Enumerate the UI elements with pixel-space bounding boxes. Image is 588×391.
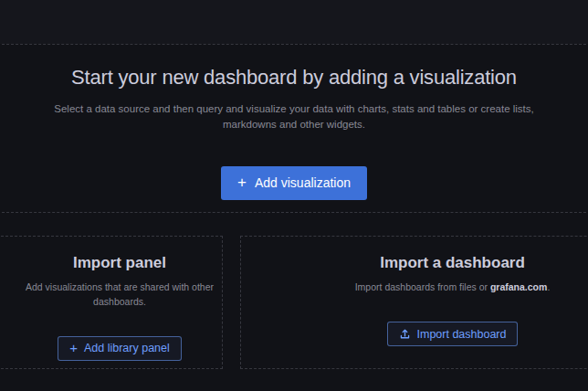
page-subtitle: Select a data source and then query and … bbox=[54, 101, 533, 132]
import-panel-card: Import panel Add visualizations that are… bbox=[0, 236, 223, 369]
dashboard-empty-state: Start your new dashboard by adding a vis… bbox=[0, 0, 588, 391]
import-dashboard-button[interactable]: Import dashboard bbox=[387, 322, 519, 346]
grafana-com-text: grafana.com bbox=[490, 281, 547, 292]
add-visualization-panel: Start your new dashboard by adding a vis… bbox=[0, 44, 588, 213]
add-library-panel-button[interactable]: + Add library panel bbox=[58, 336, 182, 361]
import-panel-description: Add visualizations that are shared with … bbox=[26, 280, 214, 309]
toolbar-spacer bbox=[0, 0, 588, 44]
import-dashboard-title: Import a dashboard bbox=[380, 253, 525, 273]
import-dashboard-card: Import a dashboard Import dashboards fro… bbox=[240, 236, 588, 369]
upload-icon bbox=[399, 328, 411, 340]
page-subtitle-line: markdowns and other widgets. bbox=[54, 117, 533, 132]
import-panel-description-line: dashboards. bbox=[26, 295, 214, 310]
page-subtitle-line: Select a data source and then query and … bbox=[54, 101, 533, 117]
add-visualization-button[interactable]: + Add visualization bbox=[221, 166, 367, 200]
import-panel-title: Import panel bbox=[73, 253, 166, 273]
plus-icon: + bbox=[69, 341, 78, 354]
import-dashboard-description-line: Import dashboards from files or grafana.… bbox=[355, 280, 551, 295]
import-panel-description-line: Add visualizations that are shared with … bbox=[26, 280, 214, 295]
page-title: Start your new dashboard by adding a vis… bbox=[71, 65, 517, 90]
add-visualization-button-label: Add visualization bbox=[255, 175, 351, 190]
import-dashboard-button-label: Import dashboard bbox=[417, 328, 507, 341]
import-dashboard-description: Import dashboards from files or grafana.… bbox=[355, 280, 551, 295]
add-library-panel-button-label: Add library panel bbox=[84, 342, 170, 354]
plus-icon: + bbox=[237, 174, 247, 190]
